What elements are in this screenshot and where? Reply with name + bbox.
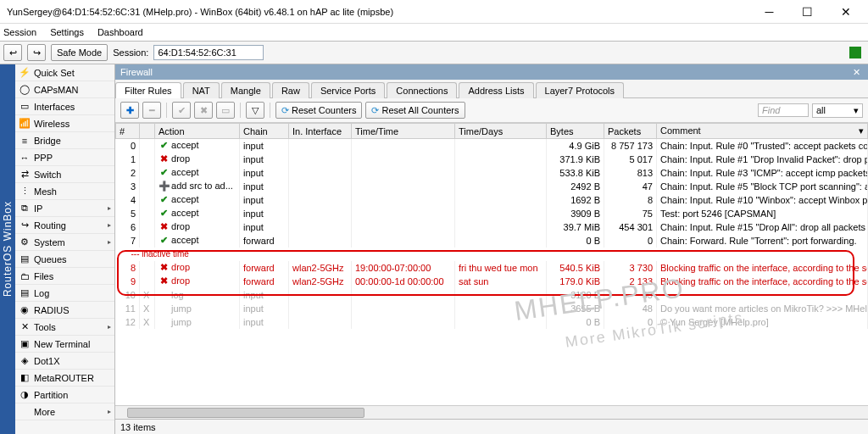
sidenav-item[interactable]: ⚡Quick Set [15, 64, 114, 81]
tab[interactable]: Address Lists [459, 82, 533, 98]
nav-icon: ✕ [19, 321, 31, 333]
table-row[interactable]: 1✖ dropinput371.9 KiB5 017Chain: Input. … [116, 153, 868, 166]
side-tab[interactable]: RouterOS WinBox [0, 64, 15, 434]
panel-close-icon[interactable]: ✕ [849, 67, 863, 78]
chevron-right-icon: ▸ [108, 408, 111, 415]
nav-icon [19, 406, 31, 418]
menu-session[interactable]: Session [3, 27, 36, 37]
redo-button[interactable]: ↪ [27, 44, 46, 61]
nav-label: Tools [34, 322, 56, 332]
nav-label: Mesh [34, 186, 57, 197]
nav-icon: ◈ [19, 355, 31, 367]
tab[interactable]: Raw [272, 82, 309, 98]
tab[interactable]: Connections [387, 82, 457, 98]
sidenav-item[interactable]: ◧MetaROUTER [15, 370, 114, 387]
horizontal-scrollbar[interactable] [115, 405, 868, 419]
tab[interactable]: Service Ports [311, 82, 385, 98]
menu-dashboard[interactable]: Dashboard [97, 27, 143, 37]
sidenav-item[interactable]: ↪Routing▸ [15, 217, 114, 234]
rules-grid[interactable]: #ActionChainIn. InterfaceTime/TimeTime/D… [115, 123, 868, 405]
sidenav-item[interactable]: ⋮Mesh [15, 183, 114, 200]
nav-label: MetaROUTER [34, 373, 94, 383]
nav-icon: ▤ [19, 287, 31, 299]
tabs: Filter RulesNATMangleRawService PortsCon… [115, 80, 868, 98]
menubar: Session Settings Dashboard [0, 24, 868, 41]
tab[interactable]: NAT [183, 82, 220, 98]
sidenav-item[interactable]: ◑Partition [15, 387, 114, 403]
nav-label: PPP [34, 153, 53, 163]
chevron-right-icon: ▸ [108, 221, 111, 229]
grid-header[interactable]: #ActionChainIn. InterfaceTime/TimeTime/D… [116, 124, 868, 139]
reset-counters-button[interactable]: ⟳Reset Counters [275, 102, 362, 119]
sidenav-item[interactable]: ▭Interfaces [15, 98, 114, 115]
nav-icon: ◯ [19, 84, 31, 96]
sidenav-item[interactable]: ▣New Terminal [15, 336, 114, 353]
comment-button[interactable]: ▭ [216, 102, 235, 119]
table-row[interactable]: 5✔ acceptinput3909 B75Test: port 5246 [C… [116, 207, 868, 220]
table-row[interactable]: 7✔ acceptforward0 B0Chain: Forward. Rule… [116, 234, 868, 248]
reset-all-counters-button[interactable]: ⟳Reset All Counters [365, 102, 465, 119]
table-row[interactable]: 2✔ acceptinput533.8 KiB813Chain: Input. … [116, 166, 868, 180]
table-row[interactable]: 10X loginput3120 B33 [116, 288, 868, 302]
toolbar: ↩ ↪ Safe Mode Session: 64:D1:54:52:6C:31 [0, 41, 868, 64]
disable-button[interactable]: ✖ [194, 102, 213, 119]
safe-mode-button[interactable]: Safe Mode [51, 44, 108, 61]
menu-settings[interactable]: Settings [50, 27, 84, 37]
remove-button[interactable]: ━ [142, 102, 161, 119]
tab[interactable]: Layer7 Protocols [536, 82, 625, 98]
filter-select[interactable]: all▾ [812, 103, 863, 118]
sidenav-item[interactable]: ▤Queues [15, 251, 114, 268]
nav-icon: ▭ [19, 101, 31, 113]
nav-label: Partition [34, 390, 68, 400]
minimize-button[interactable]: ─ [750, 0, 788, 24]
nav-label: Bridge [34, 136, 61, 146]
undo-button[interactable]: ↩ [3, 44, 22, 61]
nav-icon: ▤ [19, 253, 31, 265]
panel-titlebar: Firewall ✕ [115, 64, 868, 80]
tab[interactable]: Filter Rules [115, 82, 181, 98]
nav-icon: ◑ [19, 389, 31, 401]
nav-label: System [34, 237, 65, 248]
tab[interactable]: Mangle [221, 82, 270, 98]
find-input[interactable]: Find [758, 103, 809, 117]
sidenav-item[interactable]: ◈Dot1X [15, 353, 114, 370]
sidenav-item[interactable]: 📶Wireless [15, 115, 114, 132]
table-row[interactable]: 12X jumpinput0 B0© Yun Sergey [MHelp.pro… [116, 315, 868, 329]
sidenav-item[interactable]: More▸ [15, 403, 114, 420]
table-row[interactable]: --- inactive time [116, 248, 868, 261]
nav-label: Interfaces [34, 102, 75, 112]
table-row[interactable]: 0✔ acceptinput4.9 GiB8 757 173Chain: Inp… [116, 139, 868, 153]
sidenav-item[interactable]: ▤Log [15, 285, 114, 302]
chevron-right-icon: ▸ [108, 204, 111, 212]
sidenav-item[interactable]: ✕Tools▸ [15, 319, 114, 336]
nav-label: Log [34, 288, 49, 298]
sidenav-item[interactable]: ◉RADIUS [15, 302, 114, 319]
table-row[interactable]: 11X jumpinput3655 B48Do you want more ar… [116, 302, 868, 315]
sidenav-item[interactable]: 🗀Files [15, 268, 114, 285]
table-row[interactable]: 3➕ add src to ad...input2492 B47Chain: I… [116, 180, 868, 193]
table-row[interactable]: 9✖ dropforwardwlan2-5GHz00:00:00-1d 00:0… [116, 275, 868, 288]
filter-button[interactable]: ▽ [246, 102, 264, 119]
statusbar: 13 items [115, 419, 868, 434]
enable-button[interactable]: ✔ [172, 102, 191, 119]
sidenav-item[interactable]: ◯CAPsMAN [15, 81, 114, 98]
sidenav-item[interactable]: ⚙System▸ [15, 234, 114, 251]
table-row[interactable]: 4✔ acceptinput1692 B8Chain: Input. Rule … [116, 193, 868, 207]
nav-icon: ▣ [19, 338, 31, 350]
table-row[interactable]: 8✖ dropforwardwlan2-5GHz19:00:00-07:00:0… [116, 261, 868, 275]
close-button[interactable]: ✕ [826, 0, 865, 24]
nav-icon: ⋮ [19, 186, 31, 198]
nav-icon: ↪ [19, 220, 31, 231]
maximize-button[interactable]: ☐ [788, 0, 826, 24]
table-row[interactable]: 6✖ dropinput39.7 MiB454 301Chain: Input.… [116, 220, 868, 234]
sidenav-item[interactable]: ⇄Switch [15, 166, 114, 183]
sidenav-item[interactable]: ⧉IP▸ [15, 200, 114, 217]
status-indicator-icon [849, 47, 861, 58]
session-field[interactable]: 64:D1:54:52:6C:31 [153, 45, 264, 60]
add-button[interactable]: ✚ [120, 102, 139, 119]
nav-icon: ◉ [19, 304, 31, 316]
sidenav-item[interactable]: ≡Bridge [15, 132, 114, 149]
nav-icon: ⧉ [19, 203, 31, 214]
nav-label: New Terminal [34, 339, 90, 349]
sidenav-item[interactable]: ↔PPP [15, 149, 114, 166]
